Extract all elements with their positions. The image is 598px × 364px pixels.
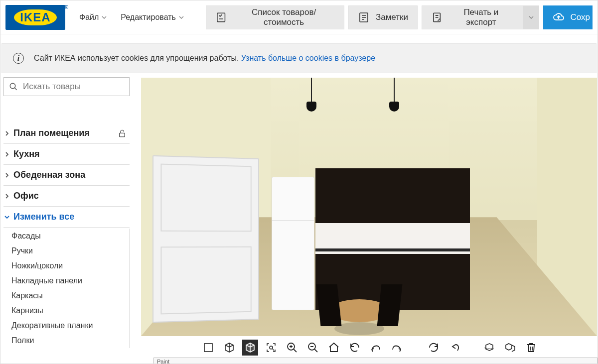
zoom-out-button[interactable] xyxy=(305,340,321,356)
menu-edit-label: Редактировать xyxy=(121,13,176,22)
notes-button[interactable]: Заметки xyxy=(348,5,418,29)
paint-tag: Paint xyxy=(153,358,598,364)
cookie-text-content: Сайт ИКЕА использует cookies для упрощен… xyxy=(34,54,239,62)
svg-point-3 xyxy=(10,83,15,89)
category-label: Офис xyxy=(13,191,39,201)
chevron-right-icon xyxy=(4,173,9,178)
canvas-column: Paint xyxy=(133,74,598,364)
zoom-out-icon xyxy=(307,342,319,354)
chair-object xyxy=(316,284,342,326)
logo[interactable]: IKEA ® xyxy=(5,5,65,30)
chevron-right-icon xyxy=(4,131,9,136)
cookie-link[interactable]: Узнать больше о cookies в браузере xyxy=(241,54,375,62)
menu-edit[interactable]: Редактировать xyxy=(116,9,189,26)
subitem[interactable]: Карнизы xyxy=(3,303,129,318)
rotate-right-button[interactable] xyxy=(389,340,405,356)
save-button[interactable]: Сохр xyxy=(543,5,593,29)
top-bar: IKEA ® Файл Редактировать Список товаров… xyxy=(0,0,598,34)
cube-rotate-icon xyxy=(483,342,495,354)
lamp-object xyxy=(306,78,316,114)
main: План помещения Кухня Обеденная зона Офис xyxy=(0,74,598,364)
print-export-dropdown[interactable] xyxy=(523,5,539,29)
sidebar: План помещения Кухня Обеденная зона Офис xyxy=(0,74,133,364)
cookie-text: Сайт ИКЕА использует cookies для упрощен… xyxy=(34,54,375,63)
back-arrow-button[interactable] xyxy=(447,340,462,356)
subitem[interactable]: Накладные панели xyxy=(3,273,129,288)
svg-rect-5 xyxy=(204,344,212,352)
undo-button[interactable] xyxy=(347,340,363,356)
menu-file-label: Файл xyxy=(79,13,99,22)
home-view-button[interactable] xyxy=(326,340,342,356)
view-3d-solid-button[interactable] xyxy=(242,340,258,356)
search-icon xyxy=(9,82,18,91)
goods-list-label: Список товаров/стоимость xyxy=(233,7,335,27)
cloud-upload-icon xyxy=(553,11,565,23)
redo-button[interactable] xyxy=(426,340,442,356)
cube-outline-icon xyxy=(223,342,235,354)
duplicate-button[interactable] xyxy=(502,340,518,356)
print-export-group: Печать и экспорт xyxy=(422,5,539,29)
view-3d-wire-button[interactable] xyxy=(221,340,237,356)
chevron-down-icon xyxy=(179,16,184,19)
search-box[interactable] xyxy=(3,77,130,96)
category-room-plan[interactable]: План помещения xyxy=(3,123,130,144)
chevron-right-icon xyxy=(4,152,9,157)
subitem[interactable]: Ручки xyxy=(3,243,129,258)
rotate-left-button[interactable] xyxy=(368,340,384,356)
chevron-down-icon xyxy=(4,215,9,220)
subitem[interactable]: Каркасы xyxy=(3,288,129,303)
redo-icon xyxy=(428,342,440,354)
countertop xyxy=(315,248,470,251)
undo-icon xyxy=(349,342,361,354)
print-icon xyxy=(431,11,443,23)
zoom-in-button[interactable] xyxy=(284,340,300,356)
arrow-back-icon xyxy=(448,342,460,354)
lamp-object xyxy=(389,78,399,114)
rotate-cube-button[interactable] xyxy=(481,340,497,356)
cube-solid-icon xyxy=(244,342,256,354)
menu-file[interactable]: Файл xyxy=(74,9,112,26)
view-toolbar xyxy=(141,337,598,356)
print-export-label: Печать и экспорт xyxy=(448,7,513,27)
category-office[interactable]: Офис xyxy=(3,186,130,207)
chevron-down-icon xyxy=(529,16,534,19)
curve-left-icon xyxy=(370,342,382,354)
notes-label: Заметки xyxy=(376,12,408,22)
svg-rect-0 xyxy=(217,13,225,21)
render-viewport[interactable] xyxy=(141,77,598,337)
search-input[interactable] xyxy=(23,82,124,92)
unlock-icon[interactable] xyxy=(118,129,127,138)
category-label: Изменить все xyxy=(13,212,74,222)
subitem[interactable]: Декоративные планки xyxy=(3,318,129,333)
subitem[interactable]: Фасады xyxy=(3,229,129,243)
zoom-fit-button[interactable] xyxy=(263,340,279,356)
category-dining[interactable]: Обеденная зона xyxy=(3,165,130,186)
info-icon: i xyxy=(13,53,24,64)
zoom-in-icon xyxy=(286,342,298,354)
category-label: Кухня xyxy=(13,149,40,159)
delete-button[interactable] xyxy=(523,340,539,356)
note-icon xyxy=(358,11,370,23)
category-label: Обеденная зона xyxy=(13,170,85,180)
chevron-down-icon xyxy=(102,16,107,19)
logo-text: IKEA xyxy=(14,9,56,25)
zoom-fit-icon xyxy=(265,342,277,354)
category-label: План помещения xyxy=(13,128,90,138)
home-icon xyxy=(328,342,340,354)
checklist-icon xyxy=(215,11,227,23)
chevron-right-icon xyxy=(4,194,9,199)
chair-object xyxy=(377,284,403,326)
subitem[interactable]: Ножки/цоколи xyxy=(3,258,129,273)
sub-item-list[interactable]: Фасады Ручки Ножки/цоколи Накладные пане… xyxy=(3,229,130,348)
door-object xyxy=(152,155,259,323)
view-2d-button[interactable] xyxy=(200,340,216,356)
category-change-all[interactable]: Изменить все xyxy=(3,207,130,228)
print-export-button[interactable]: Печать и экспорт xyxy=(422,5,523,29)
square-icon xyxy=(202,342,214,354)
cookie-banner: i Сайт ИКЕА использует cookies для упрощ… xyxy=(1,43,597,73)
curve-right-icon xyxy=(391,342,403,354)
svg-rect-4 xyxy=(120,133,125,137)
category-kitchen[interactable]: Кухня xyxy=(3,144,130,165)
goods-list-button[interactable]: Список товаров/стоимость xyxy=(206,5,344,29)
subitem[interactable]: Полки xyxy=(3,333,129,348)
